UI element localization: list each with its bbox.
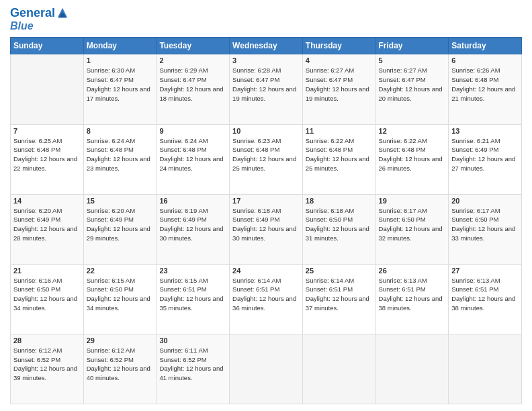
calendar-cell: 21 Sunrise: 6:16 AM Sunset: 6:50 PM Dayl… <box>11 264 84 334</box>
day-info: Sunrise: 6:25 AM Sunset: 6:48 PM Dayligh… <box>13 136 81 173</box>
day-info: Sunrise: 6:13 AM Sunset: 6:51 PM Dayligh… <box>451 276 519 313</box>
sunrise-text: Sunrise: 6:17 AM <box>379 207 427 214</box>
calendar-cell: 6 Sunrise: 6:26 AM Sunset: 6:48 PM Dayli… <box>449 54 522 124</box>
day-info: Sunrise: 6:23 AM Sunset: 6:48 PM Dayligh… <box>232 136 300 173</box>
week-row-2: 7 Sunrise: 6:25 AM Sunset: 6:48 PM Dayli… <box>11 124 522 194</box>
calendar-cell: 14 Sunrise: 6:20 AM Sunset: 6:49 PM Dayl… <box>11 194 84 264</box>
calendar-cell: 18 Sunrise: 6:18 AM Sunset: 6:50 PM Dayl… <box>302 194 375 264</box>
sunrise-text: Sunrise: 6:23 AM <box>232 137 281 144</box>
sunrise-text: Sunrise: 6:15 AM <box>87 277 135 284</box>
sunrise-text: Sunrise: 6:14 AM <box>306 277 354 284</box>
day-info: Sunrise: 6:18 AM Sunset: 6:50 PM Dayligh… <box>306 206 373 243</box>
daylight-text: Daylight: 12 hours and 18 minutes. <box>159 85 223 102</box>
day-info: Sunrise: 6:16 AM Sunset: 6:50 PM Dayligh… <box>13 276 81 313</box>
sunset-text: Sunset: 6:51 PM <box>232 285 279 293</box>
sunset-text: Sunset: 6:48 PM <box>306 146 353 153</box>
day-info: Sunrise: 6:15 AM Sunset: 6:50 PM Dayligh… <box>87 276 154 313</box>
sunset-text: Sunset: 6:49 PM <box>13 216 60 223</box>
calendar-cell: 17 Sunrise: 6:18 AM Sunset: 6:49 PM Dayl… <box>230 194 303 264</box>
sunset-text: Sunset: 6:51 PM <box>379 285 426 293</box>
sunset-text: Sunset: 6:49 PM <box>159 216 206 223</box>
sunset-text: Sunset: 6:48 PM <box>159 146 206 153</box>
day-number: 27 <box>451 267 519 275</box>
weekday-header-monday: Monday <box>83 38 157 54</box>
calendar-cell: 11 Sunrise: 6:22 AM Sunset: 6:48 PM Dayl… <box>302 124 375 194</box>
daylight-text: Daylight: 12 hours and 35 minutes. <box>159 295 223 312</box>
sunrise-text: Sunrise: 6:27 AM <box>306 66 354 74</box>
daylight-text: Daylight: 12 hours and 38 minutes. <box>451 295 515 312</box>
day-info: Sunrise: 6:24 AM Sunset: 6:48 PM Dayligh… <box>87 136 154 173</box>
sunset-text: Sunset: 6:47 PM <box>379 76 426 83</box>
daylight-text: Daylight: 12 hours and 40 minutes. <box>87 365 150 381</box>
sunrise-text: Sunrise: 6:14 AM <box>232 277 281 284</box>
calendar-cell: 20 Sunrise: 6:17 AM Sunset: 6:50 PM Dayl… <box>449 194 522 264</box>
daylight-text: Daylight: 12 hours and 27 minutes. <box>451 155 515 172</box>
calendar-cell: 7 Sunrise: 6:25 AM Sunset: 6:48 PM Dayli… <box>11 124 84 194</box>
day-info: Sunrise: 6:22 AM Sunset: 6:48 PM Dayligh… <box>379 136 446 173</box>
day-info: Sunrise: 6:13 AM Sunset: 6:51 PM Dayligh… <box>379 276 446 313</box>
calendar-cell <box>375 334 449 404</box>
daylight-text: Daylight: 12 hours and 25 minutes. <box>232 155 296 172</box>
day-number: 15 <box>87 197 154 205</box>
sunrise-text: Sunrise: 6:12 AM <box>13 347 62 354</box>
calendar-cell <box>449 334 522 404</box>
daylight-text: Daylight: 12 hours and 31 minutes. <box>306 225 369 242</box>
daylight-text: Daylight: 12 hours and 36 minutes. <box>232 295 296 312</box>
day-number: 12 <box>379 127 446 135</box>
sunset-text: Sunset: 6:47 PM <box>159 76 206 83</box>
calendar-cell <box>230 334 303 404</box>
sunrise-text: Sunrise: 6:22 AM <box>306 137 354 144</box>
day-number: 9 <box>159 127 226 135</box>
day-number: 22 <box>87 267 154 275</box>
logo-text-line2: Blue <box>10 20 69 32</box>
daylight-text: Daylight: 12 hours and 33 minutes. <box>451 225 515 242</box>
day-number: 14 <box>13 197 81 205</box>
sunrise-text: Sunrise: 6:13 AM <box>451 277 500 284</box>
calendar-cell: 8 Sunrise: 6:24 AM Sunset: 6:48 PM Dayli… <box>83 124 157 194</box>
daylight-text: Daylight: 12 hours and 32 minutes. <box>379 225 443 242</box>
day-number: 8 <box>87 127 154 135</box>
week-row-3: 14 Sunrise: 6:20 AM Sunset: 6:49 PM Dayl… <box>11 194 522 264</box>
calendar-cell <box>302 334 375 404</box>
calendar-cell: 24 Sunrise: 6:14 AM Sunset: 6:51 PM Dayl… <box>230 264 303 334</box>
day-info: Sunrise: 6:12 AM Sunset: 6:52 PM Dayligh… <box>13 346 81 383</box>
daylight-text: Daylight: 12 hours and 29 minutes. <box>87 225 150 242</box>
weekday-header-sunday: Sunday <box>11 38 84 54</box>
calendar-cell: 25 Sunrise: 6:14 AM Sunset: 6:51 PM Dayl… <box>302 264 375 334</box>
day-info: Sunrise: 6:18 AM Sunset: 6:49 PM Dayligh… <box>232 206 300 243</box>
day-number: 2 <box>159 56 226 64</box>
logo-text-line1: General <box>10 7 55 20</box>
sunset-text: Sunset: 6:48 PM <box>232 146 279 153</box>
calendar-cell: 30 Sunrise: 6:11 AM Sunset: 6:52 PM Dayl… <box>157 334 230 404</box>
day-number: 23 <box>159 267 226 275</box>
sunset-text: Sunset: 6:50 PM <box>306 216 353 223</box>
day-info: Sunrise: 6:14 AM Sunset: 6:51 PM Dayligh… <box>306 276 373 313</box>
sunset-text: Sunset: 6:50 PM <box>87 285 134 293</box>
sunset-text: Sunset: 6:47 PM <box>87 76 134 83</box>
sunset-text: Sunset: 6:49 PM <box>232 216 279 223</box>
calendar-cell: 15 Sunrise: 6:20 AM Sunset: 6:49 PM Dayl… <box>83 194 157 264</box>
day-info: Sunrise: 6:11 AM Sunset: 6:52 PM Dayligh… <box>159 346 226 383</box>
calendar-cell: 10 Sunrise: 6:23 AM Sunset: 6:48 PM Dayl… <box>230 124 303 194</box>
day-info: Sunrise: 6:27 AM Sunset: 6:47 PM Dayligh… <box>379 66 446 103</box>
daylight-text: Daylight: 12 hours and 25 minutes. <box>306 155 369 172</box>
sunrise-text: Sunrise: 6:30 AM <box>87 66 135 74</box>
calendar-cell: 16 Sunrise: 6:19 AM Sunset: 6:49 PM Dayl… <box>157 194 230 264</box>
sunset-text: Sunset: 6:49 PM <box>87 216 134 223</box>
day-info: Sunrise: 6:26 AM Sunset: 6:48 PM Dayligh… <box>451 66 519 103</box>
calendar-cell: 1 Sunrise: 6:30 AM Sunset: 6:47 PM Dayli… <box>83 54 157 124</box>
daylight-text: Daylight: 12 hours and 23 minutes. <box>87 155 150 172</box>
weekday-header-thursday: Thursday <box>302 38 375 54</box>
week-row-5: 28 Sunrise: 6:12 AM Sunset: 6:52 PM Dayl… <box>11 334 522 404</box>
daylight-text: Daylight: 12 hours and 34 minutes. <box>87 295 150 312</box>
day-number: 28 <box>13 336 81 345</box>
sunset-text: Sunset: 6:47 PM <box>306 76 353 83</box>
daylight-text: Daylight: 12 hours and 22 minutes. <box>13 155 77 172</box>
daylight-text: Daylight: 12 hours and 24 minutes. <box>159 155 223 172</box>
day-info: Sunrise: 6:20 AM Sunset: 6:49 PM Dayligh… <box>13 206 81 243</box>
day-info: Sunrise: 6:19 AM Sunset: 6:49 PM Dayligh… <box>159 206 226 243</box>
weekday-header-row: SundayMondayTuesdayWednesdayThursdayFrid… <box>11 38 522 54</box>
day-info: Sunrise: 6:24 AM Sunset: 6:48 PM Dayligh… <box>159 136 226 173</box>
calendar-cell: 27 Sunrise: 6:13 AM Sunset: 6:51 PM Dayl… <box>449 264 522 334</box>
calendar-cell: 12 Sunrise: 6:22 AM Sunset: 6:48 PM Dayl… <box>375 124 449 194</box>
